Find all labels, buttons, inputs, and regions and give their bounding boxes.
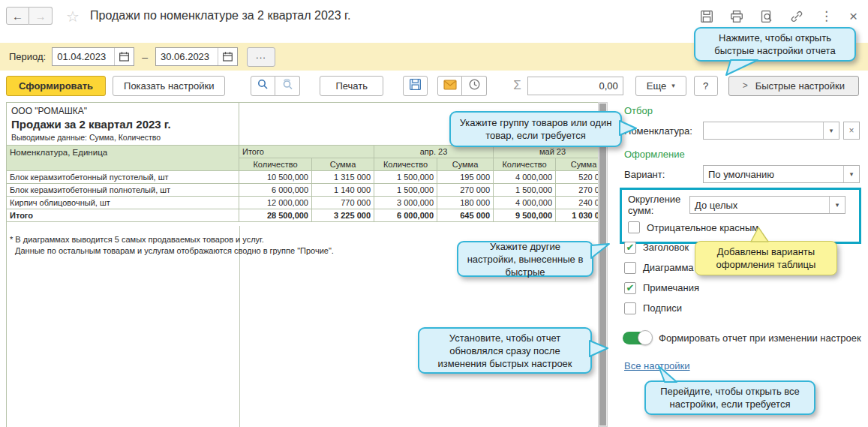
value-cell[interactable]: 9 500,000 [494, 209, 556, 222]
value-cell[interactable]: 6 000,000 [239, 184, 312, 197]
report-toolbar: Сформировать Показать настройки Печать Σ… [0, 74, 868, 97]
send-email-button[interactable] [437, 76, 462, 96]
value-cell[interactable]: 645 000 [437, 209, 494, 222]
scrollbar-thumb[interactable] [599, 104, 606, 425]
schedule-button[interactable] [462, 76, 487, 96]
value-cell[interactable]: 195 000 [437, 171, 494, 184]
save-report-button[interactable] [403, 76, 428, 96]
value-cell[interactable]: 520 000 [556, 171, 599, 184]
nomenclature-combobox[interactable]: ▾ [703, 122, 839, 140]
value-cell[interactable]: 6 000,000 [374, 209, 437, 222]
value-cell[interactable]: 1 500,000 [374, 184, 437, 197]
table-row[interactable]: Блок керамзитобетонный пустотелый, шт10 … [7, 171, 599, 184]
clear-button[interactable]: × [843, 122, 860, 140]
checkbox[interactable] [624, 302, 636, 314]
value-cell[interactable]: 180 000 [437, 197, 494, 209]
callout-toggle: Установите, чтобы отчет обновлялся сразу… [418, 327, 592, 374]
show-settings-button[interactable]: Показать настройки [113, 76, 225, 96]
column-header-sum[interactable]: Сумма [556, 158, 599, 171]
rounding-combobox[interactable]: До целых ▾ [689, 196, 845, 214]
sum-input[interactable] [528, 77, 623, 95]
value-cell[interactable]: 3 225 000 [312, 209, 374, 222]
checkbox[interactable] [624, 262, 636, 274]
value-cell[interactable]: 270 000 [437, 184, 494, 197]
value-cell[interactable]: 1 030 000 [556, 209, 599, 222]
quick-settings-button[interactable]: >Быстрые настройки [728, 76, 859, 96]
period-to-input[interactable] [156, 51, 218, 62]
variant-combobox[interactable]: По умолчанию ▾ [703, 165, 860, 183]
item-name-cell[interactable]: Блок керамзитобетонный полнотелый, шт [7, 184, 239, 197]
auto-generate-toggle[interactable] [623, 332, 651, 344]
column-header-total[interactable]: Итого [239, 146, 374, 158]
value-cell[interactable]: 1 315 000 [312, 171, 374, 184]
checkbox-checked[interactable]: ✔ [624, 282, 636, 294]
value-cell[interactable]: 3 000,000 [374, 197, 437, 209]
value-cell[interactable]: 270 000 [556, 184, 599, 197]
search-next-icon [281, 78, 294, 93]
value-cell[interactable]: 28 500,000 [239, 209, 312, 222]
favorite-star-icon[interactable]: ☆ [66, 8, 80, 26]
settings-checkbox-row[interactable]: Подписи [624, 298, 860, 318]
report-title-cell[interactable]: ООО "РОМАШКА" Продажи за 2 квартал 2023 … [7, 103, 239, 146]
variant-label: Вариант: [624, 169, 703, 180]
period-from-input[interactable] [53, 51, 114, 62]
forward-arrow-icon: → [35, 10, 47, 23]
value-cell[interactable]: 1 500,000 [494, 184, 556, 197]
column-header-quantity[interactable]: Количество [239, 158, 312, 171]
search-next-button[interactable] [275, 76, 300, 96]
table-total-row[interactable]: Итого28 500,0003 225 0006 000,000645 000… [7, 209, 599, 222]
calendar-icon[interactable] [114, 48, 134, 65]
callout-text: Укажите другие настройки, вынесенные в б… [466, 240, 584, 278]
settings-checkbox-row[interactable]: ✔Примечания [624, 278, 860, 298]
column-header-quantity[interactable]: Количество [374, 158, 437, 171]
value-cell[interactable]: 4 000,000 [494, 171, 556, 184]
column-header-sum[interactable]: Сумма [312, 158, 374, 171]
link-icon[interactable] [790, 10, 803, 23]
close-icon[interactable]: × [849, 10, 857, 23]
save-icon[interactable] [700, 10, 713, 23]
column-header-month[interactable]: май 23 [494, 146, 599, 158]
column-header-item[interactable]: Номенклатура, Единица [7, 146, 239, 171]
search-button[interactable] [251, 76, 275, 96]
help-button[interactable]: ? [694, 76, 718, 96]
header-action-icons: ⋮ × [700, 10, 857, 23]
callout-text: Нажмите, чтобы открыть быстрые настройки… [703, 32, 847, 57]
value-cell[interactable]: 240 000 [556, 197, 599, 209]
column-header-month[interactable]: апр. 23 [374, 146, 494, 158]
toggle-knob[interactable] [638, 330, 653, 345]
checkbox-label: Примечания [643, 282, 699, 293]
dropdown-arrow-icon[interactable]: ▾ [823, 122, 839, 139]
dropdown-arrow-icon[interactable]: ▾ [829, 197, 845, 213]
value-cell[interactable]: 1 140 000 [312, 184, 374, 197]
value-cell[interactable]: 10 500,000 [239, 171, 312, 184]
item-name-cell[interactable]: Блок керамзитобетонный пустотелый, шт [7, 171, 239, 184]
item-name-cell[interactable]: Итого [7, 209, 239, 222]
vertical-scrollbar[interactable] [598, 102, 608, 427]
item-name-cell[interactable]: Кирпич облицовочный, шт [7, 197, 239, 209]
table-row[interactable]: Блок керамзитобетонный полнотелый, шт6 0… [7, 184, 599, 197]
checkbox-checked[interactable]: ✔ [624, 242, 636, 254]
forward-button[interactable]: → [29, 7, 53, 25]
value-cell[interactable]: 12 000,000 [239, 197, 312, 209]
print-icon[interactable] [730, 10, 743, 23]
page-title: Продажи по номенклатуре за 2 квартал 202… [90, 9, 350, 23]
table-row[interactable]: Кирпич облицовочный, шт12 000,000770 000… [7, 197, 599, 209]
value-cell[interactable]: 4 000,000 [494, 197, 556, 209]
value-cell[interactable]: 1 500,000 [374, 171, 437, 184]
print-button[interactable]: Печать [320, 76, 383, 96]
rounding-label: Округление сумм: [628, 194, 689, 216]
nomenclature-row: Номенклатура: ▾ × [624, 122, 860, 140]
column-header-quantity[interactable]: Количество [494, 158, 556, 171]
back-button[interactable]: ← [6, 7, 29, 25]
preview-icon[interactable] [760, 10, 773, 23]
negative-red-checkbox-row[interactable]: Отрицательное красным [628, 218, 853, 236]
column-header-sum[interactable]: Сумма [437, 158, 494, 171]
more-menu-icon[interactable]: ⋮ [820, 10, 833, 23]
generate-button[interactable]: Сформировать [6, 76, 106, 96]
dropdown-arrow-icon[interactable]: ▾ [843, 166, 859, 182]
more-button[interactable]: Еще▾ [635, 76, 686, 96]
checkbox[interactable] [628, 221, 640, 233]
value-cell[interactable]: 770 000 [312, 197, 374, 209]
calendar-icon[interactable] [218, 48, 237, 65]
period-options-button[interactable]: ... [247, 47, 275, 67]
